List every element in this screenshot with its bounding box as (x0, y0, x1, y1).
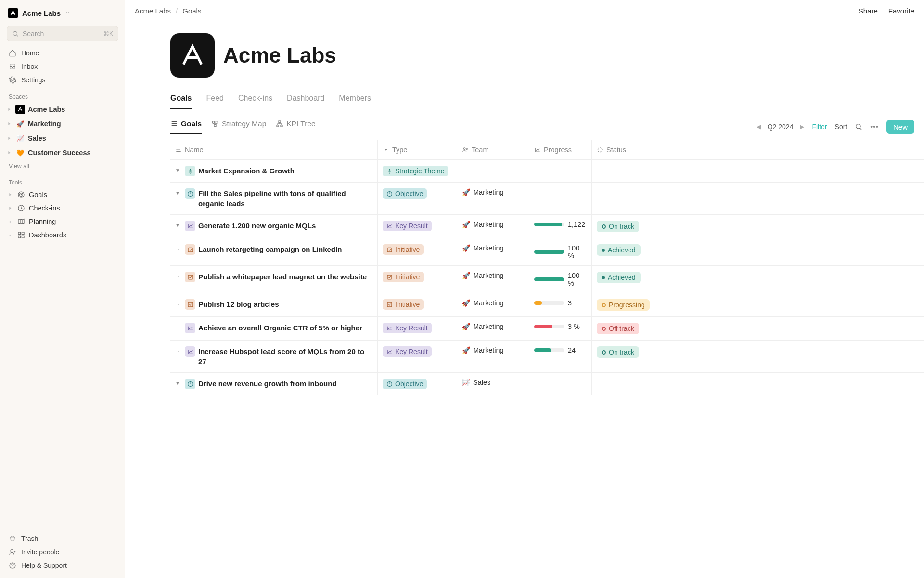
more-button[interactable]: ••• (870, 123, 879, 131)
workspace-switcher[interactable]: Acme Labs (4, 6, 121, 20)
col-type[interactable]: Type (377, 140, 457, 159)
table-row[interactable]: • Achieve an overall Organic CTR of 5% o… (170, 317, 924, 341)
type-pill: Objective (383, 379, 427, 389)
svg-rect-30 (387, 302, 392, 307)
row-name: Publish a whitepaper lead magnet on the … (198, 272, 367, 282)
caret-icon[interactable] (7, 206, 13, 210)
table-row[interactable]: • Publish 12 blog articles Initiative 🚀M… (170, 293, 924, 317)
favorite-button[interactable]: Favorite (888, 7, 914, 15)
sort-button[interactable]: Sort (835, 123, 847, 131)
rocket-icon: 🚀 (462, 323, 470, 330)
space-acme-labs[interactable]: Acme Labs (4, 102, 121, 117)
tool-planning[interactable]: • Planning (4, 215, 121, 228)
initiative-icon (185, 244, 195, 255)
tree-icon (276, 120, 283, 128)
breadcrumb-root[interactable]: Acme Labs (135, 7, 171, 15)
svg-point-32 (387, 381, 392, 386)
col-progress[interactable]: Progress (529, 140, 591, 159)
row-name: Achieve an overall Organic CTR of 5% or … (198, 323, 362, 333)
section-tools-label: Tools (4, 172, 121, 188)
filter-button[interactable]: Filter (812, 123, 827, 131)
table-header: Name Type Team Progress Status (170, 140, 924, 160)
search-input[interactable]: Search ⌘K (7, 26, 118, 41)
nav-settings[interactable]: Settings (4, 73, 121, 87)
svg-rect-26 (387, 248, 392, 252)
table-row[interactable]: • Publish a whitepaper lead magnet on th… (170, 266, 924, 293)
caret-icon[interactable] (6, 136, 13, 141)
table-row[interactable]: ▼ Market Expansion & Growth Strategic Th… (170, 160, 924, 183)
period-next-button[interactable]: ▶ (800, 123, 804, 130)
table-row[interactable]: • Increase Hubspot lead score of MQLs fr… (170, 341, 924, 373)
rocket-icon: 🚀 (462, 244, 470, 252)
table-row[interactable]: ▼ Fill the Sales pipeline with tons of q… (170, 183, 924, 215)
nav-home[interactable]: Home (4, 46, 121, 60)
tool-dashboards[interactable]: • Dashboards (4, 228, 121, 242)
space-label: Customer Success (28, 149, 91, 157)
expand-toggle[interactable]: ▼ (175, 188, 182, 196)
new-button[interactable]: New (886, 120, 914, 134)
expand-toggle[interactable]: ▼ (175, 379, 182, 386)
team-chip: 🚀Marketing (462, 346, 504, 354)
table-row[interactable]: ▼ Drive new revenue growth from inbound … (170, 373, 924, 395)
nav-help[interactable]: Help & Support (4, 559, 121, 572)
tab-dashboard[interactable]: Dashboard (287, 91, 324, 109)
dropdown-icon (383, 146, 389, 153)
main-content: Acme Labs / Goals Share Favorite Acme La… (125, 0, 924, 578)
section-spaces-label: Spaces (4, 87, 121, 102)
keyresult-icon (185, 346, 195, 357)
search-icon (12, 30, 19, 37)
view-label: Strategy Map (222, 119, 266, 128)
row-name: Fill the Sales pipeline with tons of qua… (198, 188, 372, 209)
table-row[interactable]: ▼ Generate 1.200 new organic MQLs Key Re… (170, 215, 924, 238)
view-all-link[interactable]: View all (4, 160, 121, 172)
tool-goals[interactable]: Goals (4, 188, 121, 201)
caret-icon[interactable] (6, 150, 13, 155)
nav-invite[interactable]: Invite people (4, 545, 121, 559)
search-button[interactable] (855, 123, 862, 131)
tab-checkins[interactable]: Check-ins (238, 91, 272, 109)
table-row[interactable]: • Launch retargeting campaign on LinkedI… (170, 238, 924, 266)
space-sales[interactable]: 📈 Sales (4, 131, 121, 145)
tab-feed[interactable]: Feed (206, 91, 223, 109)
people-icon (462, 146, 469, 153)
col-name[interactable]: Name (170, 140, 377, 159)
tool-checkins[interactable]: Check-ins (4, 201, 121, 215)
tab-members[interactable]: Members (339, 91, 371, 109)
topbar: Acme Labs / Goals Share Favorite (125, 0, 924, 20)
view-kpi-tree[interactable]: KPI Tree (276, 119, 315, 134)
initiative-icon (185, 299, 195, 310)
col-team[interactable]: Team (457, 140, 529, 159)
period-nav: ◀ Q2 2024 ▶ (757, 123, 805, 131)
space-marketing[interactable]: 🚀 Marketing (4, 117, 121, 131)
team-chip: 🚀Marketing (462, 272, 504, 279)
nav-trash[interactable]: Trash (4, 532, 121, 545)
period-label[interactable]: Q2 2024 (768, 123, 794, 131)
row-name: Generate 1.200 new organic MQLs (198, 221, 316, 231)
expand-toggle[interactable]: ▼ (175, 221, 182, 228)
progress-bar: 3 (534, 299, 587, 307)
svg-point-4 (21, 194, 21, 195)
caret-icon[interactable] (6, 107, 13, 112)
tab-goals[interactable]: Goals (170, 91, 192, 109)
chart-icon (534, 146, 541, 153)
period-prev-button[interactable]: ◀ (757, 123, 761, 130)
breadcrumb-current[interactable]: Goals (182, 7, 201, 15)
col-status[interactable]: Status (591, 140, 664, 159)
nav-inbox[interactable]: Inbox (4, 60, 121, 73)
objective-icon (185, 379, 195, 389)
caret-icon[interactable] (6, 121, 13, 126)
type-pill: Key Result (383, 221, 432, 231)
share-button[interactable]: Share (859, 7, 878, 15)
space-customer-success[interactable]: 🧡 Customer Success (4, 145, 121, 160)
col-label: Team (472, 146, 488, 154)
view-goals[interactable]: Goals (170, 119, 202, 134)
tool-label: Dashboards (29, 231, 66, 239)
view-strategy-map[interactable]: Strategy Map (211, 119, 266, 134)
expand-toggle[interactable]: ▼ (175, 166, 182, 173)
caret-icon[interactable] (7, 192, 13, 197)
map-icon (211, 120, 219, 128)
col-label: Name (185, 146, 204, 154)
svg-rect-17 (281, 125, 282, 127)
team-chip: 🚀Marketing (462, 221, 504, 228)
svg-rect-13 (216, 121, 218, 123)
